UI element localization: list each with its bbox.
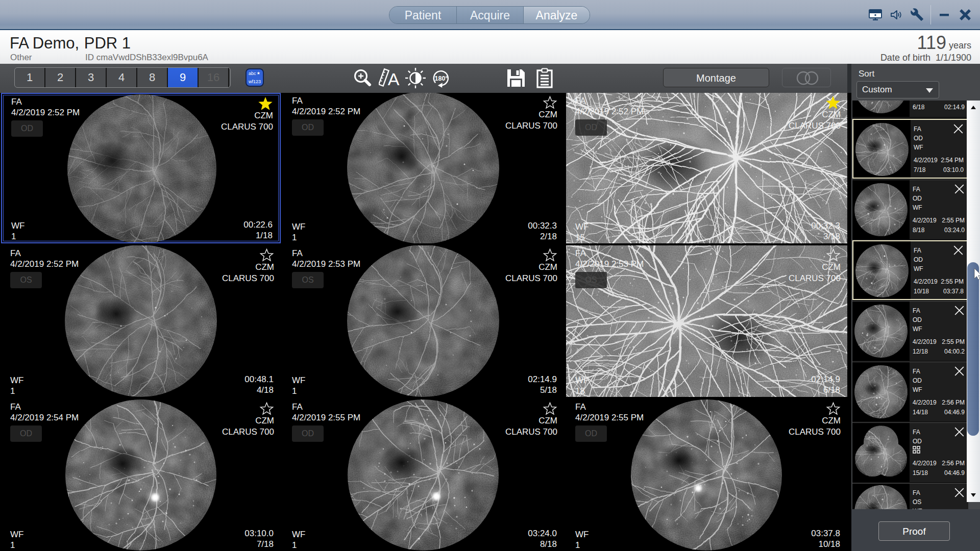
svg-text:180°: 180° [435,75,448,82]
svg-text:A: A [388,69,400,89]
